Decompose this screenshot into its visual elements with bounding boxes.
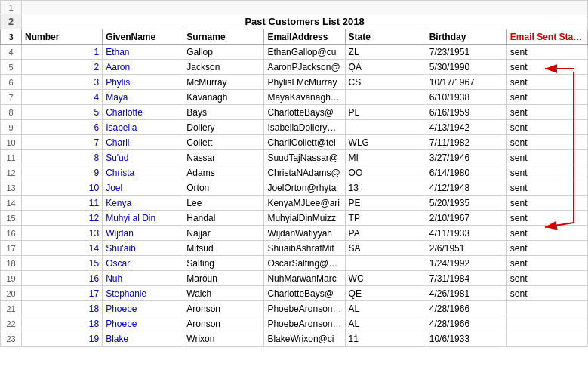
- status-cell: sent: [506, 90, 587, 105]
- birthday-cell: 5/20/1935: [426, 196, 506, 211]
- givenname-cell: Joel: [103, 180, 183, 196]
- table-row: 1512Muhyi al DinHandalMuhyialDinMuizzTP2…: [1, 211, 588, 226]
- header-surname: Surname: [183, 29, 264, 45]
- birthday-cell: 10/6/1933: [426, 331, 506, 347]
- birthday-cell: 2/10/1967: [426, 211, 506, 226]
- email-cell: AaronPJackson@: [264, 60, 345, 75]
- givenname-cell: Phoebe: [103, 301, 183, 316]
- number-cell: 4: [22, 90, 103, 105]
- email-cell: JoelOrton@rhyta: [264, 180, 345, 196]
- spreadsheet-container: 1 2 Past Customers List 2018 3 Number Gi…: [0, 0, 588, 347]
- birthday-cell: 4/28/1966: [426, 301, 506, 316]
- table-row: 85CharlotteBaysCharlotteBays@PL6/16/1959…: [1, 105, 588, 120]
- state-cell: QE: [345, 286, 426, 301]
- status-cell: sent: [506, 256, 587, 271]
- surname-cell: Collett: [183, 135, 264, 150]
- rownum-cell: 14: [1, 196, 22, 211]
- status-cell: [506, 301, 587, 316]
- status-cell: sent: [506, 120, 587, 135]
- number-cell: 5: [22, 105, 103, 120]
- table-row: 1310JoelOrtonJoelOrton@rhyta134/12/1948s…: [1, 180, 588, 196]
- birthday-cell: 1/24/1992: [426, 256, 506, 271]
- header-email-status: Email Sent Status: [506, 29, 587, 45]
- number-cell: 10: [22, 180, 103, 196]
- number-cell: 13: [22, 226, 103, 241]
- status-cell: [506, 316, 587, 331]
- title-row: 2 Past Customers List 2018: [1, 14, 588, 29]
- surname-cell: Dollery: [183, 120, 264, 135]
- birthday-cell: 3/27/1946: [426, 150, 506, 165]
- status-cell: sent: [506, 105, 587, 120]
- email-cell: NuhMarwanMarc: [264, 271, 345, 286]
- rownum-cell: 16: [1, 226, 22, 241]
- number-cell: 1: [22, 45, 103, 60]
- state-cell: [345, 256, 426, 271]
- birthday-cell: 7/23/1951: [426, 45, 506, 60]
- number-cell: 8: [22, 150, 103, 165]
- status-cell: sent: [506, 180, 587, 196]
- rownum-cell: 6: [1, 75, 22, 90]
- rownum-cell: 15: [1, 211, 22, 226]
- status-cell: sent: [506, 271, 587, 286]
- rownum-cell: 4: [1, 45, 22, 60]
- surname-cell: McMurray: [183, 75, 264, 90]
- status-cell: sent: [506, 226, 587, 241]
- status-cell: sent: [506, 165, 587, 180]
- table-row: 2218PhoebeAronsonPhoebeAronson@AL4/28/19…: [1, 316, 588, 331]
- state-cell: [345, 120, 426, 135]
- status-cell: [506, 331, 587, 347]
- state-cell: OO: [345, 165, 426, 180]
- table-row: 129ChristaAdamsChristaNAdams@OO6/14/1980…: [1, 165, 588, 180]
- rownum-cell: 12: [1, 165, 22, 180]
- givenname-cell: Charli: [103, 135, 183, 150]
- number-cell: 11: [22, 196, 103, 211]
- givenname-cell: Ethan: [103, 45, 183, 60]
- surname-cell: Lee: [183, 196, 264, 211]
- surname-cell: Gallop: [183, 45, 264, 60]
- rownum-cell: 20: [1, 286, 22, 301]
- surname-cell: Orton: [183, 180, 264, 196]
- rownum-2: 2: [1, 14, 22, 29]
- table-row: 1714Shu'aibMifsudShuaibAshrafMifSA2/6/19…: [1, 241, 588, 256]
- birthday-cell: 6/16/1959: [426, 105, 506, 120]
- birthday-cell: 6/14/1980: [426, 165, 506, 180]
- rownum-cell: 5: [1, 60, 22, 75]
- header-givenname: GivenName: [103, 29, 183, 45]
- number-cell: 18: [22, 301, 103, 316]
- birthday-cell: 4/11/1933: [426, 226, 506, 241]
- state-cell: PA: [345, 226, 426, 241]
- status-cell: sent: [506, 135, 587, 150]
- email-cell: BlakeWrixon@ci: [264, 331, 345, 347]
- givenname-cell: Christa: [103, 165, 183, 180]
- givenname-cell: Isabella: [103, 120, 183, 135]
- header-number: Number: [22, 29, 103, 45]
- givenname-cell: Phylis: [103, 75, 183, 90]
- rownum-cell: 11: [1, 150, 22, 165]
- rownum-cell: 17: [1, 241, 22, 256]
- table-row: 118Su'udNassarSuudTajNassar@MI3/27/1946s…: [1, 150, 588, 165]
- state-cell: ZL: [345, 45, 426, 60]
- givenname-cell: Su'ud: [103, 150, 183, 165]
- rownum-3: 3: [1, 29, 22, 45]
- birthday-cell: 5/30/1990: [426, 60, 506, 75]
- status-cell: sent: [506, 75, 587, 90]
- number-cell: 14: [22, 241, 103, 256]
- surname-cell: Mifsud: [183, 241, 264, 256]
- table-row: 52AaronJacksonAaronPJackson@QA5/30/1990s…: [1, 60, 588, 75]
- surname-cell: Nassar: [183, 150, 264, 165]
- email-cell: SuudTajNassar@: [264, 150, 345, 165]
- table-row: 96IsabellaDolleryIsabellaDollery@gustr.c…: [1, 120, 588, 135]
- rownum-1: 1: [1, 1, 22, 14]
- rownum-cell: 23: [1, 331, 22, 347]
- header-row: 3 Number GivenName Surname EmailAddress …: [1, 29, 588, 45]
- state-cell: WLG: [345, 135, 426, 150]
- row1-empty: [22, 1, 588, 14]
- table-row: 41EthanGallopEthanGallop@cuZL7/23/1951se…: [1, 45, 588, 60]
- birthday-cell: 4/13/1942: [426, 120, 506, 135]
- table-row: 2118PhoebeAronsonPhoebeAronson@AL4/28/19…: [1, 301, 588, 316]
- state-cell: TP: [345, 211, 426, 226]
- number-cell: 6: [22, 120, 103, 135]
- email-cell: CharliCollett@tel: [264, 135, 345, 150]
- number-cell: 15: [22, 256, 103, 271]
- givenname-cell: Muhyi al Din: [103, 211, 183, 226]
